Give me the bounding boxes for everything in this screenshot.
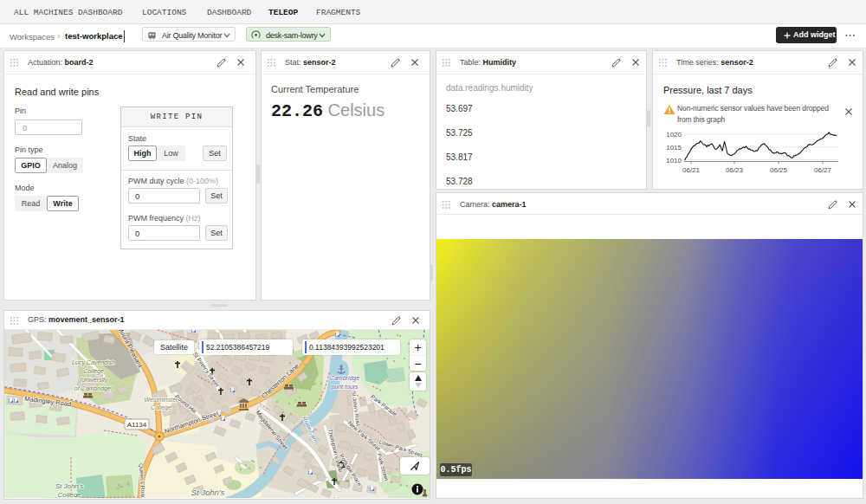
- svg-text:1010: 1010: [666, 157, 682, 165]
- svg-text:Lucy Cavendish: Lucy Cavendish: [72, 359, 115, 366]
- svg-text:College: College: [83, 368, 104, 375]
- svg-text:1015: 1015: [666, 144, 682, 152]
- svg-text:P: P: [231, 388, 234, 392]
- svg-text:St John's: St John's: [55, 482, 84, 490]
- svg-text:06/25: 06/25: [770, 166, 788, 174]
- svg-text:A1134: A1134: [127, 421, 147, 429]
- svg-text:P: P: [336, 333, 339, 337]
- svg-text:06/23: 06/23: [726, 166, 744, 174]
- svg-text:P: P: [335, 497, 338, 498]
- svg-text:1020: 1020: [666, 131, 682, 139]
- svg-text:P: P: [371, 487, 373, 491]
- svg-text:of Cambridge): of Cambridge): [74, 385, 113, 392]
- svg-text:P: P: [309, 470, 312, 475]
- svg-text:Cambridge: Cambridge: [330, 375, 359, 382]
- svg-text:punt tours: punt tours: [330, 384, 359, 391]
- svg-text:P: P: [222, 417, 224, 421]
- svg-text:P: P: [15, 398, 17, 403]
- svg-text:(University: (University: [79, 377, 108, 384]
- svg-text:Westminster: Westminster: [145, 397, 178, 403]
- svg-text:P: P: [192, 330, 195, 333]
- svg-text:College: College: [57, 491, 81, 498]
- svg-text:06/27: 06/27: [814, 166, 832, 174]
- svg-text:St John's: St John's: [191, 488, 225, 497]
- svg-text:P: P: [10, 398, 12, 403]
- svg-text:06/21: 06/21: [682, 166, 701, 174]
- svg-text:College: College: [151, 404, 171, 411]
